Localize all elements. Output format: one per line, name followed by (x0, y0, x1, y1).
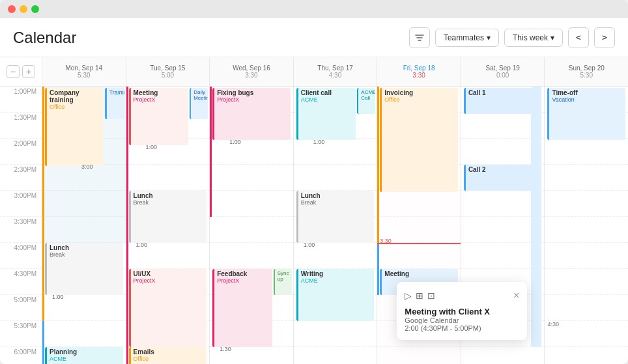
header-controls: Teammates ▾ This week ▾ < > (409, 27, 615, 48)
tue-duration-1: 1:00 (146, 144, 158, 150)
thu-slot-10[interactable] (294, 321, 377, 347)
sun-slot-9[interactable] (545, 295, 628, 321)
maximize-dot[interactable] (31, 5, 39, 13)
event-monday-lunch[interactable]: Lunch Break (45, 243, 123, 295)
event-writing[interactable]: Writing ACME (296, 269, 375, 321)
event-invoicing[interactable]: Invoicing Office (380, 88, 458, 192)
monday-orange-bar (42, 87, 44, 321)
chevron-down-icon-week: ▾ (550, 33, 554, 42)
day-col-tuesday: Tue, Sep 15 5:00 (126, 57, 210, 364)
filter-icon (414, 33, 425, 43)
fri-slot-11[interactable] (377, 347, 461, 364)
event-timeoff[interactable]: Time-off Vacation (547, 88, 625, 140)
event-syncup-chip[interactable]: Sync up (274, 269, 292, 295)
tue-duration-2: 1:00 (136, 242, 148, 248)
event-emails[interactable]: Emails Office (129, 347, 207, 364)
event-call1[interactable]: Call 1 (464, 88, 542, 114)
sun-slot-6[interactable] (545, 217, 628, 243)
tue-slot-4[interactable] (126, 165, 210, 191)
share-icon[interactable]: ⊡ (427, 290, 435, 301)
minimize-dot[interactable] (20, 5, 27, 13)
current-time-label: 3:30 (380, 238, 392, 244)
event-tue-lunch[interactable]: Lunch Break (129, 191, 207, 243)
event-acme-call-chip[interactable]: ACME Call (357, 88, 375, 114)
thu-slot-4[interactable] (294, 165, 377, 191)
event-planning[interactable]: Planning ACME (45, 347, 123, 364)
wednesday-name: Wed, Sep 16 (233, 64, 270, 72)
event-training-chip[interactable]: Training (105, 88, 124, 119)
monday-duration-1: 3:00 (81, 163, 93, 170)
day-col-monday: Mon, Sep 14 5:30 (42, 57, 126, 364)
app-header: Calendar Teammates ▾ This week ▾ < > (0, 18, 628, 57)
friday-orange-bar (377, 87, 379, 243)
sat-slot-11[interactable] (461, 347, 545, 364)
event-thu-lunch[interactable]: Lunch Break (296, 191, 375, 243)
time-col-header: − + (0, 57, 42, 87)
saturday-hours: 0:00 (496, 72, 509, 79)
sun-slot-4[interactable] (545, 165, 628, 191)
thu-slot-11[interactable] (294, 347, 377, 364)
edit-icon[interactable]: ⊞ (416, 290, 423, 301)
day-header-wednesday: Wed, Sep 16 3:30 (210, 57, 293, 87)
day-header-friday: Fri, Sep 18 3:30 (377, 57, 461, 87)
day-col-sunday: Sun, Sep 20 5:30 (545, 57, 628, 364)
wed-duration-2: 1:30 (220, 346, 231, 352)
thu-slot-3[interactable] (294, 139, 377, 165)
monday-blue-bar (42, 321, 44, 364)
teammates-label: Teammates (444, 33, 484, 42)
day-header-tuesday: Tue, Sep 15 5:00 (126, 57, 210, 87)
wed-duration-1: 1:00 (229, 139, 241, 145)
play-icon[interactable]: ▷ (405, 290, 412, 301)
friday-hours: 3:30 (412, 72, 425, 79)
next-icon: > (602, 33, 607, 42)
day-header-monday: Mon, Sep 14 5:30 (42, 57, 126, 87)
title-bar (0, 0, 628, 18)
event-feedback[interactable]: Feedback ProjectX (212, 269, 272, 347)
wed-slot-3[interactable] (210, 139, 293, 165)
tuesday-hours: 5:00 (162, 72, 174, 79)
fri-slot-7[interactable] (377, 243, 461, 269)
day-col-thursday: Thu, Sep 17 4:30 (294, 57, 378, 364)
friday-name: Fri, Sep 18 (403, 64, 435, 72)
tooltip-title: Meeting with Client X (405, 307, 519, 316)
sun-slot-3[interactable] (545, 139, 628, 165)
event-daily-meeting-chip[interactable]: Daily Meeting (190, 88, 208, 119)
sun-slot-7[interactable] (545, 243, 628, 269)
event-meeting-projectx[interactable]: Meeting ProjectX (129, 88, 189, 145)
zoom-in-button[interactable]: + (22, 65, 35, 78)
filter-icon-button[interactable] (409, 27, 430, 48)
tooltip-close-button[interactable]: × (513, 290, 519, 301)
monday-slot-10[interactable] (42, 321, 126, 347)
tooltip-header: ▷ ⊞ ⊡ × (405, 290, 519, 301)
teammates-button[interactable]: Teammates ▾ (435, 29, 499, 47)
close-dot[interactable] (8, 5, 16, 13)
prev-week-button[interactable]: < (568, 27, 589, 48)
monday-body: Company training Office Training 3:00 Lu… (42, 87, 126, 364)
this-week-button[interactable]: This week ▾ (504, 29, 563, 47)
tuesday-pink-bar (126, 87, 128, 364)
sat-blue-block (531, 87, 541, 347)
app-window: Calendar Teammates ▾ This week ▾ < > (0, 0, 628, 364)
time-slot-6pm: 6:00PM (0, 347, 42, 364)
wed-slot-6[interactable] (210, 217, 293, 243)
next-week-button[interactable]: > (594, 27, 615, 48)
friday-body: Invoicing Office 3:30 Meeting (377, 87, 461, 364)
chevron-down-icon: ▾ (487, 33, 491, 42)
event-call2[interactable]: Call 2 (464, 165, 542, 191)
event-uiux[interactable]: UI/UX ProjectX (129, 269, 207, 347)
event-company-training[interactable]: Company training Office (45, 88, 103, 166)
time-slot-130pm: 1:30PM (0, 113, 42, 139)
sun-slot-11[interactable] (545, 347, 628, 364)
zoom-out-button[interactable]: − (7, 65, 20, 78)
sun-duration-1: 4:30 (547, 321, 559, 328)
wed-slot-5[interactable] (210, 191, 293, 217)
event-fixing-bugs[interactable]: Fixing bugs ProjectX (212, 88, 291, 140)
event-client-call[interactable]: Client call ACME (296, 88, 356, 140)
monday-hours: 5:30 (78, 72, 90, 79)
wed-slot-4[interactable] (210, 165, 293, 191)
sunday-body: Time-off Vacation 4:30 (545, 87, 628, 364)
sun-slot-5[interactable] (545, 191, 628, 217)
wed-slot-7[interactable] (210, 243, 293, 269)
fri-slot-5[interactable] (377, 191, 461, 217)
sun-slot-8[interactable] (545, 269, 628, 295)
